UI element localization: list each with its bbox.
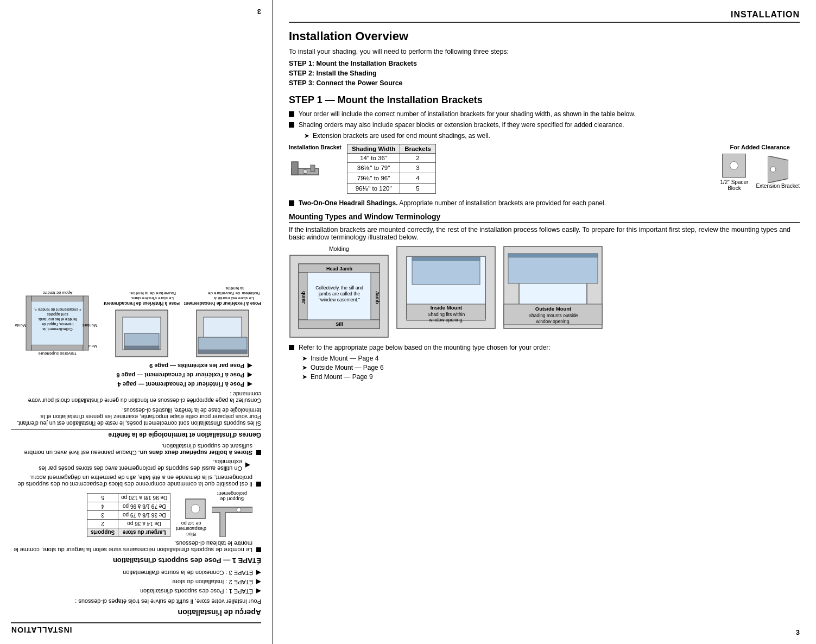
left-brackets-table: Largeur du store Supports De 14 à 36 po2… xyxy=(87,493,170,537)
inside-mount-svg: Inside Mount Shading fits within window … xyxy=(396,245,496,330)
refer-section: Refer to the appropriate page below base… xyxy=(289,344,800,381)
svg-text:Sill: Sill xyxy=(336,321,343,327)
genres-text: Si les supports d'installation sont corr… xyxy=(11,407,261,427)
left-step1-heading: ÉTAPE 1 — Pose des supports d'installati… xyxy=(11,557,261,565)
svg-text:jambs are called the: jambs are called the xyxy=(318,291,360,296)
svg-rect-29 xyxy=(508,254,598,283)
svg-point-36 xyxy=(237,508,241,512)
svg-text:"window casement.": "window casement." xyxy=(319,297,360,302)
col-header-width: Shading Width xyxy=(347,144,400,154)
svg-text:Outside Mount: Outside Mount xyxy=(535,306,572,312)
svg-rect-52 xyxy=(31,296,83,301)
svg-text:traverse, l'appui de: traverse, l'appui de xyxy=(41,322,73,326)
svg-rect-21 xyxy=(412,257,480,285)
bracket-image-area: Installation Bracket xyxy=(289,144,341,192)
left-window-parts-svg: Traverse supérieure Moulure Montant Mont… xyxy=(15,287,99,358)
outside-mount-svg: Outside Mount Shading mounts outside win… xyxy=(503,245,603,330)
pose-ext-item: ◀ Pose par les extrémités — page 9 xyxy=(11,362,252,370)
end-mount-link[interactable]: ➤ End Mount — Page 9 xyxy=(302,373,800,381)
svg-text:Collectively, the sill and: Collectively, the sill and xyxy=(315,285,363,291)
window-diagrams: Molding Head Jamb xyxy=(289,245,800,338)
left-page-title: INSTALLATION xyxy=(11,626,72,634)
svg-text:fenêtre et les montants: fenêtre et les montants xyxy=(38,318,77,321)
svg-rect-22 xyxy=(412,257,480,261)
sub-bullet1: ➤ Extension brackets are used for end mo… xyxy=(304,132,800,140)
svg-text:Head Jamb: Head Jamb xyxy=(326,266,353,272)
step1-heading: STEP 1 — Mount the Installation Brackets xyxy=(289,94,800,106)
consult-text: Consultez la page appropriée ci-dessous … xyxy=(11,391,261,404)
clearance-images: 1/2" Spacer Block Extension Bracket xyxy=(720,154,800,191)
left-col1: Largeur du store xyxy=(118,528,170,537)
section-title: Installation Overview xyxy=(289,29,800,43)
svg-text:Appui de fenêtre: Appui de fenêtre xyxy=(42,291,72,295)
right-page-title: INSTALLATION xyxy=(731,10,800,20)
left-table-area: Support deprolongement Blocd'espacementd… xyxy=(11,491,252,537)
svg-text:Shading fits within: Shading fits within xyxy=(428,312,465,317)
svg-text:« encadrement de fenêtre ».: « encadrement de fenêtre ». xyxy=(34,308,81,312)
left-ext-diagram xyxy=(195,309,250,358)
refer-bullet: Refer to the appropriate page below base… xyxy=(289,344,800,351)
molding-label: Molding xyxy=(329,245,349,252)
apercu-intro: Pour installer votre store, il suffit de… xyxy=(11,598,261,605)
left-int-diagram xyxy=(115,309,169,358)
svg-text:window opening.: window opening. xyxy=(428,317,463,323)
intro-text: To install your shading, you will need t… xyxy=(289,48,800,55)
svg-point-5 xyxy=(770,167,776,172)
left-bracket-icon xyxy=(212,504,252,537)
etape1-item: ◀ ÉTAPE 1 : Pose des supports d'installa… xyxy=(11,588,261,595)
left-support-visual: Support deprolongement xyxy=(212,491,252,537)
bracket-area: Installation Bracket Shading Width Brack… xyxy=(289,144,800,194)
bracket-table-container: Shading Width Brackets 14" to 36"236¹⁄₈"… xyxy=(347,144,704,194)
col-header-brackets: Brackets xyxy=(400,144,436,154)
bracket-icon xyxy=(289,152,335,190)
svg-point-2 xyxy=(303,169,307,174)
right-page-number: 3 xyxy=(796,628,800,636)
svg-text:Shading mounts outside: Shading mounts outside xyxy=(528,313,578,318)
genres-heading: Genres d'installation et terminologie de… xyxy=(11,430,261,439)
svg-point-38 xyxy=(191,504,200,513)
outside-mount-diagram: Outside Mount Shading mounts outside win… xyxy=(503,245,603,330)
svg-marker-35 xyxy=(212,507,252,537)
pose-ext-enc-item: ◀ Pose à l'extérieur de l'encadrement — … xyxy=(11,371,252,379)
left-diag1: Pose à l'extérieur de l'encadrement Le s… xyxy=(184,286,261,358)
mounting-heading: Mounting Types and Window Terminology xyxy=(289,212,800,223)
svg-text:Inside Mount: Inside Mount xyxy=(431,305,463,311)
step2-label: STEP 2: Install the Shading xyxy=(289,70,800,77)
svg-rect-46 xyxy=(124,346,159,350)
right-header: INSTALLATION xyxy=(289,10,800,23)
left-stores-bullet: Stores à boîtier supérieur deux dans un.… xyxy=(11,443,261,456)
extension-bracket-icon xyxy=(768,156,788,183)
etape2-item: ◀ ÉTAPE 2 : Installation du store xyxy=(11,578,261,586)
svg-text:Jamb: Jamb xyxy=(375,291,380,304)
extension-bracket: Extension Bracket xyxy=(756,156,800,189)
svg-text:Montant: Montant xyxy=(15,323,26,328)
mounting-section: Mounting Types and Window Terminology If… xyxy=(289,212,800,381)
left-window-diagrams: Pose à l'extérieur de l'encadrement Le s… xyxy=(11,286,261,358)
left-bullet1: Le nombre de supports d'installation néc… xyxy=(11,540,261,553)
svg-rect-1 xyxy=(292,162,298,175)
bracket-table: Shading Width Brackets 14" to 36"236¹⁄₈"… xyxy=(347,144,436,194)
bullet1: Your order will include the correct numb… xyxy=(289,110,800,118)
inside-mount-link[interactable]: ➤ Inside Mount — Page 4 xyxy=(302,355,800,362)
left-window-parts: Traverse supérieure Moulure Montant Mont… xyxy=(15,286,99,358)
svg-text:window opening.: window opening. xyxy=(535,319,570,324)
clearance-section: For Added Clearance 1/2" Spacer Block Ex… xyxy=(720,144,800,191)
etape3-item: ◀ ÉTAPE 3 : Connexion de la source d'ali… xyxy=(11,569,261,577)
apercu-title: Aperçu de l'installation xyxy=(11,608,261,617)
left-bullet2: Il est possible que la commande comprenn… xyxy=(11,475,261,488)
step3-label: STEP 3: Connect the Power Source xyxy=(289,79,800,87)
two-on-one-bullet: Two-On-One Headrail Shadings. Appropriat… xyxy=(289,199,800,207)
left-table: Largeur du store Supports De 14 à 36 po2… xyxy=(87,491,170,537)
mounting-text: If the installation brackets are mounted… xyxy=(289,226,800,241)
svg-rect-3 xyxy=(311,165,315,172)
left-page-number: 3 xyxy=(257,8,261,16)
svg-text:Traverse supérieure: Traverse supérieure xyxy=(38,351,77,356)
left-bloc-visual: Blocd'espacementde 1⁄2 po xyxy=(176,491,206,537)
outside-mount-link[interactable]: ➤ Outside Mount — Page 6 xyxy=(302,364,800,371)
bullet2: Shading orders may also include spacer b… xyxy=(289,121,800,129)
step1-label: STEP 1: Mount the Installation Brackets xyxy=(289,60,800,67)
svg-rect-42 xyxy=(198,350,247,353)
spacer-block: 1/2" Spacer Block xyxy=(720,154,748,191)
svg-text:Jamb: Jamb xyxy=(301,291,306,304)
svg-rect-51 xyxy=(26,296,31,350)
